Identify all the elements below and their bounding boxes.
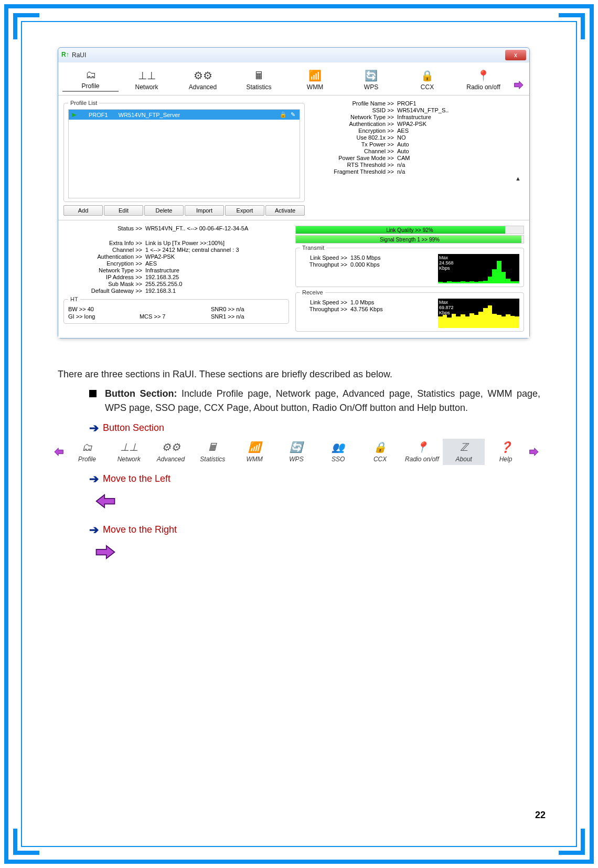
strip-label: About xyxy=(443,454,485,464)
doc-intro-text: There are three sections in RaUI. These … xyxy=(58,367,540,382)
detail-row: Profile Name >>PROF1 xyxy=(310,100,524,107)
statistics-icon: 🖩 xyxy=(231,68,287,83)
rx-row: Throughput >>43.756 Kbps xyxy=(300,306,434,312)
sso-icon: 👥 xyxy=(317,440,359,454)
help-icon: ❓ xyxy=(485,440,527,454)
wmm-icon: 📶 xyxy=(287,68,343,83)
wps-icon: 🔄 xyxy=(343,68,399,83)
detail-row: RTS Threshold >>n/a xyxy=(310,162,524,168)
detail-row: Channel >>Auto xyxy=(310,148,524,154)
status-row: Status >>WR514VN_FT.. <--> 00-06-4F-12-3… xyxy=(63,225,289,231)
nav-arrow-right-image xyxy=(94,542,116,563)
status-row: Extra Info >>Link is Up [Tx Power >>:100… xyxy=(63,240,289,246)
transmit-legend: Transmit xyxy=(300,245,326,251)
strip-network[interactable]: ⊥⊥Network xyxy=(108,440,150,464)
ccx-icon: 🔒 xyxy=(399,68,455,83)
strip-label: CCX xyxy=(359,454,401,464)
strip-scroll-right[interactable] xyxy=(527,445,540,459)
rx-graph: Max 69.872 Kbps xyxy=(438,299,519,328)
arrow-right-icon xyxy=(528,446,539,458)
button-strip-image: 🗂Profile ⊥⊥Network ⚙⚙Advanced 🖩Statistic… xyxy=(52,439,540,465)
status-row: Sub Mask >>255.255.255.0 xyxy=(63,281,289,287)
link-quality-text: Link Quality >> 92% xyxy=(296,226,524,234)
toolbar-label: Radio on/off xyxy=(455,83,511,91)
toolbar-wps[interactable]: 🔄WPS xyxy=(343,67,399,92)
arrow-caption-label: Move to the Right xyxy=(103,523,177,537)
export-button[interactable]: Export xyxy=(225,205,264,216)
profile-button-row: Add Edit Delete Import Export Activate xyxy=(63,205,305,216)
toolbar-statistics[interactable]: 🖩Statistics xyxy=(231,67,287,92)
ht-fieldset: HT BW >> 40 SNR0 >> n/a GI >> long MCS >… xyxy=(63,296,289,324)
ht-legend: HT xyxy=(68,296,80,302)
toolbar-scroll-right[interactable] xyxy=(511,78,525,92)
strip-wmm[interactable]: 📶WMM xyxy=(233,440,275,464)
profile-list-fieldset: Profile List ▶ PROF1 WR514VN_FTP_Server … xyxy=(63,100,305,202)
receive-fieldset: Receive Link Speed >>1.0 Mbps Throughput… xyxy=(295,289,524,332)
status-row: Authentication >>WPA2-PSK xyxy=(63,253,289,260)
strip-label: SSO xyxy=(317,454,359,464)
arrow-right-icon: ➔ xyxy=(89,470,99,488)
arrow-right-icon: ➔ xyxy=(89,521,99,538)
strip-label: Statistics xyxy=(191,454,233,464)
page-number: 22 xyxy=(535,810,546,821)
wmm-icon: 📶 xyxy=(233,440,275,454)
toolbar-wmm[interactable]: 📶WMM xyxy=(287,67,343,92)
ht-mcs: MCS >> 7 xyxy=(140,313,211,320)
status-left-panel: Status >>WR514VN_FT.. <--> 00-06-4F-12-3… xyxy=(63,225,289,334)
strip-profile[interactable]: 🗂Profile xyxy=(66,440,108,464)
strip-advanced[interactable]: ⚙⚙Advanced xyxy=(150,440,192,464)
detail-row: Use 802.1x >>NO xyxy=(310,134,524,141)
toolbar-advanced[interactable]: ⚙⚙Advanced xyxy=(175,67,231,92)
activate-button[interactable]: Activate xyxy=(265,205,305,216)
edit-button[interactable]: Edit xyxy=(104,205,143,216)
toolbar-label: Profile xyxy=(62,82,119,90)
detail-row: Network Type >>Infrastructure xyxy=(310,114,524,120)
link-quality-bar: Link Quality >> 92% xyxy=(295,226,524,234)
strip-about[interactable]: ℤAbout xyxy=(443,439,485,465)
import-button[interactable]: Import xyxy=(185,205,224,216)
arrow-caption-button-section: ➔ Button Section xyxy=(89,419,540,437)
strip-scroll-left[interactable] xyxy=(52,445,66,459)
wps-icon: 🔄 xyxy=(275,440,317,454)
detail-row: Tx Power >>Auto xyxy=(310,141,524,147)
detail-row: Power Save Mode >>CAM xyxy=(310,155,524,161)
profile-row-selected[interactable]: ▶ PROF1 WR514VN_FTP_Server 🔒 ✎ xyxy=(69,110,300,120)
arrow-right-icon xyxy=(94,542,116,563)
strip-sso[interactable]: 👥SSO xyxy=(317,440,359,464)
collapse-toggle[interactable]: ▲ xyxy=(310,175,524,182)
statistics-icon: 🖩 xyxy=(191,440,233,454)
ht-snr1: SNR1 >> n/a xyxy=(211,313,282,320)
toolbar-radio[interactable]: 📍Radio on/off xyxy=(455,67,511,92)
close-button[interactable]: x xyxy=(505,50,526,60)
status-row: Default Gateway >>192.168.3.1 xyxy=(63,288,289,294)
toolbar-profile[interactable]: 🗂Profile xyxy=(62,66,119,92)
strip-label: WPS xyxy=(275,454,317,464)
receive-legend: Receive xyxy=(300,289,325,295)
signal-strength-text: Signal Strength 1 >> 99% xyxy=(296,236,524,243)
toolbar-ccx[interactable]: 🔒CCX xyxy=(399,67,455,92)
status-right-panel: Link Quality >> 92% Signal Strength 1 >>… xyxy=(295,225,524,334)
advanced-icon: ⚙⚙ xyxy=(175,68,231,83)
status-row: Channel >>1 <--> 2412 MHz; central chann… xyxy=(63,247,289,253)
ht-bw: BW >> 40 xyxy=(68,305,140,313)
app-icon: R↑ xyxy=(61,51,70,59)
strip-help[interactable]: ❓Help xyxy=(485,440,527,464)
delete-button[interactable]: Delete xyxy=(144,205,184,216)
strip-wps[interactable]: 🔄WPS xyxy=(275,440,317,464)
profile-icon: 🗂 xyxy=(62,67,119,82)
arrow-left-icon xyxy=(54,446,65,458)
arrow-caption-label: Move to the Left xyxy=(103,472,170,486)
arrow-caption-label: Button Section xyxy=(103,421,164,435)
tx-graph: Max 24.568 Kbps xyxy=(438,254,519,283)
arrow-left-icon xyxy=(94,491,116,512)
profile-list[interactable]: ▶ PROF1 WR514VN_FTP_Server 🔒 ✎ xyxy=(68,109,300,198)
strip-statistics[interactable]: 🖩Statistics xyxy=(191,440,233,464)
strip-radio[interactable]: 📍Radio on/off xyxy=(401,440,443,464)
bullet-title: Button Section: xyxy=(105,388,177,399)
arrow-right-icon: ➔ xyxy=(89,419,99,437)
status-row: IP Address >>192.168.3.25 xyxy=(63,274,289,280)
toolbar-network[interactable]: ⊥⊥Network xyxy=(119,67,175,92)
profile-icon: 🗂 xyxy=(66,440,108,454)
add-button[interactable]: Add xyxy=(63,205,103,216)
strip-ccx[interactable]: 🔒CCX xyxy=(359,440,401,464)
